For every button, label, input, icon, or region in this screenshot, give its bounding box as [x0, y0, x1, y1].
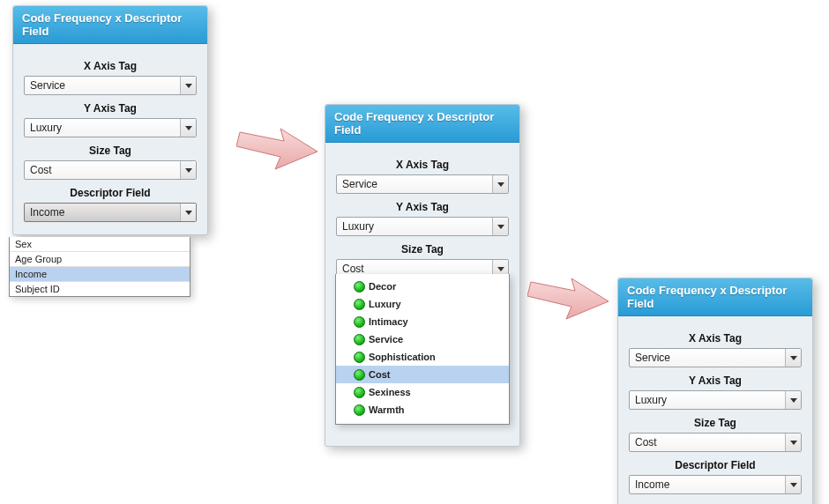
- chevron-down-icon: [785, 434, 801, 451]
- y-axis-value: Luxury: [342, 220, 374, 233]
- dropdown-item-label: Cost: [369, 369, 390, 380]
- descriptor-value: Income: [30, 206, 64, 219]
- x-axis-select[interactable]: Service: [336, 174, 509, 194]
- size-label: Size Tag: [336, 243, 509, 256]
- dropdown-item-label: Sexiness: [369, 387, 411, 397]
- y-axis-select[interactable]: Luxury: [24, 118, 197, 137]
- bullet-icon: [354, 299, 365, 310]
- y-axis-select[interactable]: Luxury: [336, 217, 509, 236]
- descriptor-label: Descriptor Field: [24, 187, 197, 199]
- dropdown-item[interactable]: Age Group: [10, 252, 190, 267]
- bullet-icon: [354, 404, 365, 416]
- bullet-icon: [354, 369, 365, 381]
- size-value: Cost: [30, 164, 52, 176]
- descriptor-select[interactable]: Income: [24, 203, 197, 222]
- svg-marker-1: [527, 278, 609, 319]
- y-axis-label: Y Axis Tag: [336, 201, 509, 213]
- chevron-down-icon: [785, 391, 801, 409]
- svg-marker-0: [236, 129, 317, 169]
- dropdown-item[interactable]: Decor: [336, 278, 509, 295]
- chevron-down-icon: [785, 349, 801, 367]
- y-axis-value: Luxury: [30, 122, 62, 134]
- descriptor-label: Descriptor Field: [629, 459, 802, 471]
- config-panel-descriptor-open: Code Frequency x Descriptor Field X Axis…: [12, 5, 208, 235]
- bullet-icon: [354, 316, 365, 328]
- x-axis-select[interactable]: Service: [629, 348, 802, 367]
- descriptor-dropdown[interactable]: SexAge GroupIncomeSubject ID: [9, 237, 190, 297]
- y-axis-value: Luxury: [635, 394, 667, 406]
- x-axis-label: X Axis Tag: [24, 60, 197, 72]
- dropdown-item-label: Service: [369, 334, 403, 345]
- panel-body: X Axis Tag Service Y Axis Tag Luxury Siz…: [13, 44, 207, 234]
- dropdown-item[interactable]: Service: [336, 330, 509, 348]
- size-label: Size Tag: [24, 145, 197, 157]
- flow-arrow-icon: [527, 264, 612, 326]
- flow-arrow-icon: [236, 115, 321, 176]
- size-select[interactable]: Cost: [24, 160, 197, 180]
- chevron-down-icon: [180, 119, 196, 137]
- dropdown-item[interactable]: Warmth: [336, 401, 509, 419]
- bullet-icon: [354, 281, 365, 293]
- dropdown-item[interactable]: Subject ID: [10, 282, 190, 296]
- y-axis-label: Y Axis Tag: [629, 374, 802, 387]
- y-axis-label: Y Axis Tag: [24, 102, 197, 115]
- size-select[interactable]: Cost: [629, 433, 802, 452]
- dropdown-item[interactable]: Income: [10, 267, 190, 282]
- dropdown-item-label: Luxury: [369, 299, 401, 309]
- chevron-down-icon: [785, 476, 801, 493]
- dropdown-item-label: Intimacy: [369, 316, 408, 327]
- chevron-down-icon: [180, 161, 196, 179]
- dropdown-item-label: Warmth: [369, 404, 405, 415]
- chevron-down-icon: [180, 204, 196, 221]
- x-axis-value: Service: [342, 178, 377, 190]
- dropdown-item-label: Sophistication: [369, 352, 436, 362]
- dropdown-item[interactable]: Luxury: [336, 295, 509, 313]
- descriptor-select[interactable]: Income: [629, 475, 802, 494]
- x-axis-label: X Axis Tag: [629, 332, 802, 345]
- chevron-down-icon: [492, 218, 508, 235]
- bullet-icon: [354, 387, 365, 398]
- config-panel-final: Code Frequency x Descriptor Field X Axis…: [617, 278, 813, 504]
- y-axis-select[interactable]: Luxury: [629, 390, 802, 410]
- panel-title: Code Frequency x Descriptor Field: [13, 6, 207, 44]
- chevron-down-icon: [180, 77, 196, 94]
- dropdown-item[interactable]: Sexiness: [336, 383, 509, 401]
- panel-title: Code Frequency x Descriptor Field: [325, 105, 519, 143]
- bullet-icon: [354, 352, 365, 363]
- bullet-icon: [354, 334, 365, 345]
- panel-body: X Axis Tag Service Y Axis Tag Luxury Siz…: [618, 316, 812, 504]
- size-value: Cost: [342, 263, 364, 275]
- panel-title: Code Frequency x Descriptor Field: [618, 278, 812, 316]
- chevron-down-icon: [492, 175, 508, 193]
- x-axis-value: Service: [30, 79, 65, 92]
- dropdown-item[interactable]: Intimacy: [336, 313, 509, 330]
- dropdown-item[interactable]: Cost: [336, 366, 509, 383]
- size-value: Cost: [635, 436, 657, 448]
- dropdown-item[interactable]: Sex: [10, 237, 190, 252]
- descriptor-value: Income: [635, 478, 669, 491]
- size-dropdown[interactable]: DecorLuxuryIntimacyServiceSophistication…: [335, 274, 510, 425]
- x-axis-label: X Axis Tag: [336, 159, 509, 171]
- x-axis-select[interactable]: Service: [24, 76, 197, 95]
- size-label: Size Tag: [629, 417, 802, 429]
- dropdown-item-label: Decor: [369, 281, 396, 292]
- dropdown-item[interactable]: Sophistication: [336, 348, 509, 366]
- x-axis-value: Service: [635, 352, 670, 364]
